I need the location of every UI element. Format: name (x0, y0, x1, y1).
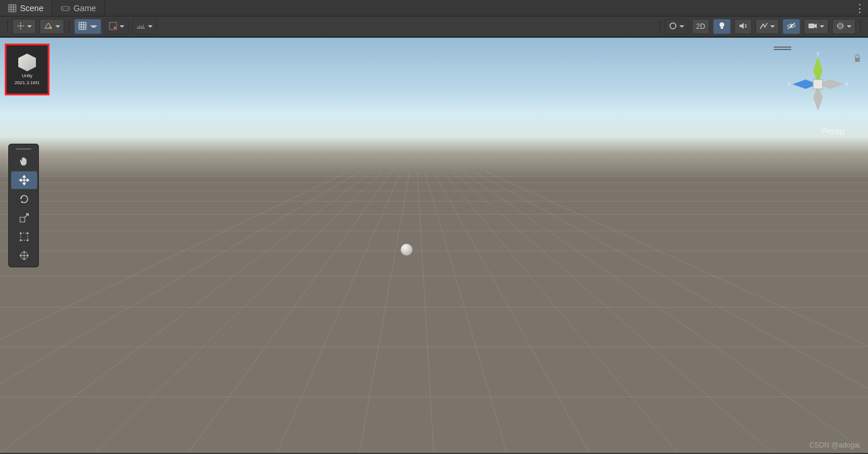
rotate-icon (19, 194, 29, 204)
toggle-visibility[interactable] (783, 19, 800, 34)
caret-down-icon (148, 25, 153, 28)
svg-point-5 (114, 26, 116, 29)
svg-point-44 (20, 233, 22, 234)
tools-overlay[interactable] (8, 144, 39, 267)
tab-scene-label: Scene (20, 4, 44, 13)
draw-mode[interactable] (665, 19, 688, 34)
toggle-lighting[interactable] (713, 19, 731, 34)
svg-point-3 (19, 25, 22, 27)
tab-game-label: Game (74, 4, 96, 13)
circle-icon (669, 22, 677, 32)
lightbulb-icon (718, 22, 725, 32)
tab-scene[interactable]: Scene (0, 0, 52, 16)
thumbnail-title: Unity (22, 73, 32, 78)
axis-y-label: y (817, 50, 820, 57)
separator (7, 20, 8, 33)
caret-down-icon (820, 25, 824, 28)
caret-down-icon (90, 25, 97, 28)
gizmo-cube[interactable] (813, 79, 823, 89)
svg-point-4 (49, 26, 51, 29)
toggle-gizmos[interactable] (832, 19, 856, 34)
svg-rect-40 (855, 58, 860, 62)
svg-point-6 (670, 23, 676, 29)
svg-point-47 (27, 240, 29, 241)
caret-down-icon (679, 25, 684, 28)
orientation-gizmo[interactable]: y z x (786, 52, 850, 117)
watermark: CSDN @adogai (809, 441, 860, 449)
tool-scale[interactable] (11, 209, 37, 227)
scene-camera[interactable] (804, 19, 829, 34)
editor-tab-bar: Scene Game ⋮ (0, 0, 868, 16)
svg-point-12 (837, 23, 843, 29)
caret-down-icon (120, 25, 124, 28)
toggle-fx[interactable] (755, 19, 779, 34)
svg-point-7 (720, 22, 724, 27)
caret-down-icon (847, 25, 852, 28)
lock-icon[interactable] (854, 54, 861, 64)
camera-icon (808, 22, 817, 31)
dragged-asset-thumbnail[interactable]: Unity 2021.3.16f1 (5, 44, 49, 95)
snap-increment[interactable] (105, 19, 128, 34)
label-2d: 2D (696, 22, 705, 31)
thumbnail-version: 2021.3.16f1 (15, 80, 39, 85)
rect-icon (19, 231, 29, 242)
unity-logo-icon (18, 54, 36, 71)
hand-icon (19, 156, 29, 167)
overlay-drag-handle[interactable] (774, 47, 791, 50)
floor-grid (0, 38, 868, 453)
toggle-2d[interactable]: 2D (692, 19, 709, 34)
svg-rect-11 (808, 24, 814, 28)
svg-rect-42 (20, 217, 25, 222)
tool-move[interactable] (11, 171, 37, 189)
tool-handle-rotation[interactable] (39, 19, 64, 34)
snap-increment-icon (109, 22, 117, 32)
caret-down-icon (55, 25, 60, 28)
tab-game[interactable]: Game (52, 0, 105, 16)
scene-toolbar: 2D (0, 16, 868, 38)
move-icon (19, 175, 29, 185)
grid-icon (8, 4, 16, 12)
axis-z-label: z (788, 81, 791, 87)
gizmos-icon (836, 22, 844, 32)
tool-rotate[interactable] (11, 190, 37, 208)
separator (659, 20, 660, 33)
fx-icon (760, 22, 768, 31)
projection-label[interactable]: Persp (821, 126, 844, 136)
caret-down-icon (27, 25, 32, 28)
svg-rect-0 (61, 6, 70, 11)
transform-icon (19, 250, 29, 261)
tool-rect[interactable] (11, 228, 37, 246)
audio-mute-icon (739, 22, 747, 31)
svg-point-2 (67, 8, 68, 9)
pivot-center-icon (16, 22, 25, 32)
scene-viewport[interactable]: Unity 2021.3.16f1 y z x Persp (0, 38, 868, 453)
tool-transform[interactable] (11, 247, 37, 264)
snap-axis[interactable] (132, 19, 157, 34)
tool-handle-pivot[interactable] (12, 19, 36, 34)
caret-down-icon (770, 25, 775, 28)
scale-icon (19, 213, 29, 223)
svg-marker-41 (21, 201, 22, 203)
eye-off-icon (787, 22, 796, 31)
vertical-dots-icon: ⋮ (854, 2, 865, 15)
snap-axis-icon (136, 22, 146, 31)
separator (860, 20, 861, 33)
axis-x-label: x (846, 81, 849, 87)
local-global-icon (44, 22, 53, 32)
svg-point-46 (20, 240, 22, 241)
gamepad-icon (61, 5, 70, 12)
toggle-audio[interactable] (734, 19, 752, 34)
scene-object-sphere[interactable] (401, 244, 412, 256)
svg-point-45 (27, 233, 29, 234)
tab-context-menu[interactable]: ⋮ (852, 0, 868, 16)
svg-rect-43 (21, 233, 28, 240)
grid-snap-toggle[interactable] (74, 19, 101, 34)
svg-point-1 (63, 8, 64, 9)
panel-drag-handle[interactable] (11, 147, 36, 151)
svg-point-13 (837, 25, 843, 27)
svg-rect-8 (721, 27, 723, 29)
separator (69, 20, 70, 33)
tool-hand[interactable] (11, 153, 37, 170)
grid-snap-icon (78, 22, 87, 32)
